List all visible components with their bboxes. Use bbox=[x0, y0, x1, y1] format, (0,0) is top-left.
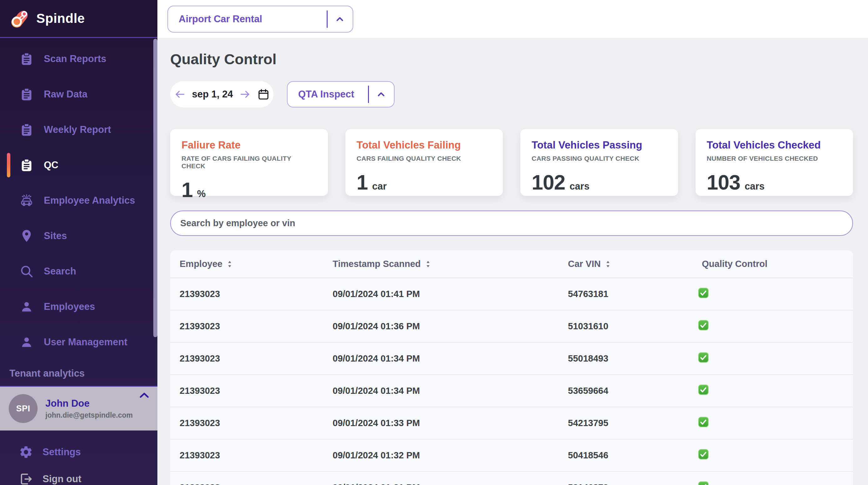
sidebar-item-employees[interactable]: Employees bbox=[0, 289, 157, 324]
column-header-timestamp-scanned[interactable]: Timestamp Scanned bbox=[333, 259, 568, 269]
check-pass-icon bbox=[698, 352, 709, 363]
person-icon bbox=[20, 335, 34, 349]
user-panel[interactable]: SPI John Doe john.die@getspindle.com bbox=[0, 386, 157, 430]
stat-card-subtitle: CARS FAILING QUALITY CHECK bbox=[357, 155, 492, 162]
select-divider bbox=[368, 86, 369, 103]
sidebar-item-raw-data[interactable]: Raw Data bbox=[0, 77, 157, 112]
stat-card-value-row: 102cars bbox=[532, 170, 667, 194]
cell-timestamp: 09/01/2024 01:31 PM bbox=[333, 483, 568, 485]
cell-employee: 21393023 bbox=[180, 483, 333, 485]
inspector-select[interactable]: QTA Inspect bbox=[287, 81, 395, 108]
content: Quality Control sep 1, 24 QTA Inspect bbox=[157, 38, 868, 485]
sidebar-scrollbar[interactable] bbox=[153, 39, 157, 337]
table-row: 2139302309/01/2024 01:41 PM54763181 bbox=[170, 278, 853, 311]
sidebar-item-label: Employees bbox=[44, 301, 95, 312]
avatar: SPI bbox=[9, 394, 37, 423]
table-row: 2139302309/01/2024 01:34 PM55018493 bbox=[170, 343, 853, 375]
sidebar-item-weekly-report[interactable]: Weekly Report bbox=[0, 112, 157, 147]
cell-vin: 53659664 bbox=[568, 386, 702, 396]
table-row: 2139302309/01/2024 01:34 PM53659664 bbox=[170, 375, 853, 407]
stat-card-3: Total Vehicles CheckedNUMBER OF VEHICLES… bbox=[695, 129, 853, 196]
cell-employee: 21393023 bbox=[180, 353, 333, 364]
search-input[interactable] bbox=[170, 210, 853, 236]
clipboard-icon bbox=[20, 52, 34, 66]
column-header-quality-control: Quality Control bbox=[702, 259, 853, 269]
clipboard-icon bbox=[20, 122, 34, 137]
check-pass-icon bbox=[698, 384, 709, 395]
stat-card-subtitle: CARS PASSING QUALITY CHECK bbox=[532, 155, 667, 162]
sidebar-item-label: Employee Analytics bbox=[44, 195, 135, 206]
check-pass-icon bbox=[698, 417, 709, 427]
cell-quality-control bbox=[702, 417, 853, 430]
cell-quality-control bbox=[702, 384, 853, 397]
cell-employee: 21393023 bbox=[180, 418, 333, 428]
table-row: 2139302309/01/2024 01:36 PM51031610 bbox=[170, 311, 853, 343]
sidebar-item-employee-analytics[interactable]: Employee Analytics bbox=[0, 183, 157, 218]
sidebar-item-label: User Management bbox=[44, 337, 127, 348]
stat-card-value-row: 1% bbox=[182, 178, 317, 202]
stat-card-2: Total Vehicles PassingCARS PASSING QUALI… bbox=[520, 129, 678, 196]
sort-icon[interactable] bbox=[605, 260, 611, 268]
chevron-up-icon[interactable] bbox=[335, 14, 345, 24]
cell-employee: 21393023 bbox=[180, 450, 333, 461]
cell-quality-control bbox=[702, 481, 853, 485]
sidebar-nav: Scan ReportsRaw DataWeekly ReportQCEmplo… bbox=[0, 38, 157, 360]
column-header-label: Employee bbox=[180, 259, 222, 269]
chevron-up-icon[interactable] bbox=[138, 389, 151, 402]
date-label: sep 1, 24 bbox=[192, 89, 233, 100]
sidebar-item-search[interactable]: Search bbox=[0, 254, 157, 289]
table-row: 2139302309/01/2024 01:33 PM54213795 bbox=[170, 407, 853, 439]
cell-quality-control bbox=[702, 288, 853, 301]
qc-table: EmployeeTimestamp ScannedCar VINQuality … bbox=[170, 250, 853, 485]
stat-card-value: 102 bbox=[532, 170, 565, 194]
signout-button[interactable]: Sign out bbox=[0, 465, 157, 485]
stat-card-1: Total Vehicles FailingCARS FAILING QUALI… bbox=[345, 129, 503, 196]
stat-card-value: 103 bbox=[707, 170, 740, 194]
column-header-car-vin[interactable]: Car VIN bbox=[568, 259, 702, 269]
cell-timestamp: 09/01/2024 01:36 PM bbox=[333, 321, 568, 332]
settings-button[interactable]: Settings bbox=[0, 439, 157, 465]
cell-quality-control bbox=[702, 320, 853, 333]
tenant-select-value: Airport Car Rental bbox=[168, 13, 327, 25]
stat-card-unit: car bbox=[372, 181, 387, 192]
check-pass-icon bbox=[698, 320, 709, 331]
next-date-arrow-icon[interactable] bbox=[239, 88, 251, 100]
user-email: john.die@getspindle.com bbox=[45, 411, 133, 420]
column-header-employee[interactable]: Employee bbox=[180, 259, 333, 269]
cell-vin: 55018493 bbox=[568, 353, 702, 364]
check-pass-icon bbox=[698, 288, 709, 298]
stat-card-value: 1 bbox=[182, 178, 193, 202]
sidebar-item-qc[interactable]: QC bbox=[0, 147, 157, 183]
table-row: 2139302309/01/2024 01:31 PM52146879 bbox=[170, 472, 853, 485]
sidebar-item-sites[interactable]: Sites bbox=[0, 218, 157, 254]
sidebar-item-label: Search bbox=[44, 266, 76, 277]
tenant-select[interactable]: Airport Car Rental bbox=[167, 6, 353, 33]
sidebar-item-label: Scan Reports bbox=[44, 53, 106, 64]
sidebar-item-user-management[interactable]: User Management bbox=[0, 324, 157, 360]
gear-icon bbox=[19, 445, 33, 459]
check-pass-icon bbox=[698, 449, 709, 460]
stat-card-subtitle: NUMBER OF VEHICLES CHECKED bbox=[707, 155, 842, 162]
sidebar-section-label: Tenant analytics bbox=[0, 368, 157, 379]
prev-date-arrow-icon[interactable] bbox=[174, 88, 186, 100]
chevron-up-icon[interactable] bbox=[376, 89, 386, 99]
cell-quality-control bbox=[702, 352, 853, 365]
logo-text: Spindle bbox=[36, 11, 85, 26]
sidebar-item-scan-reports[interactable]: Scan Reports bbox=[0, 41, 157, 77]
sidebar-footer-nav: SettingsSign out bbox=[0, 430, 157, 485]
stat-card-0: Faliure RateRATE OF CARS FAILING QUALITY… bbox=[170, 129, 328, 196]
inspector-select-value: QTA Inspect bbox=[287, 89, 368, 100]
select-divider bbox=[327, 10, 328, 28]
logo: Spindle bbox=[0, 0, 157, 38]
sort-icon[interactable] bbox=[425, 260, 431, 268]
user-name: John Doe bbox=[45, 398, 133, 409]
cell-vin: 54763181 bbox=[568, 289, 702, 299]
sidebar: Spindle Scan ReportsRaw DataWeekly Repor… bbox=[0, 0, 157, 485]
cell-vin: 54213795 bbox=[568, 418, 702, 428]
footer-item-label: Settings bbox=[42, 447, 81, 458]
calendar-icon[interactable] bbox=[257, 88, 270, 101]
stat-card-unit: cars bbox=[569, 181, 590, 192]
cell-timestamp: 09/01/2024 01:34 PM bbox=[333, 386, 568, 396]
stat-card-value-row: 103cars bbox=[707, 170, 842, 194]
sort-icon[interactable] bbox=[227, 260, 232, 268]
